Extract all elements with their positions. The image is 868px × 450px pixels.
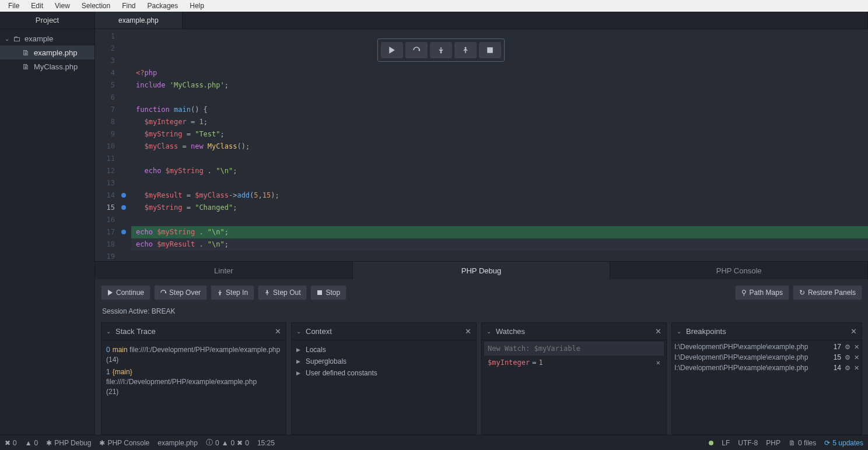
breakpoint-marker[interactable] — [121, 193, 126, 198]
editor-tabs: example.php — [95, 12, 868, 29]
breakpoint-marker[interactable] — [121, 230, 126, 234]
bottom-tab-php-debug[interactable]: PHP Debug — [353, 262, 611, 279]
close-icon[interactable]: ✕ — [850, 327, 857, 336]
bottom-tab-php-console[interactable]: PHP Console — [610, 262, 868, 279]
close-icon[interactable]: ✕ — [655, 327, 662, 336]
tab-example-php[interactable]: example.php — [95, 12, 183, 29]
status-diag2[interactable]: ⓘ 0 ▲ 0 ✖ 0 — [206, 438, 249, 448]
menu-help[interactable]: Help — [184, 1, 210, 11]
svg-point-6 — [267, 290, 268, 291]
status-cursor-pos[interactable]: 15:25 — [257, 439, 275, 447]
close-icon[interactable]: ✕ — [656, 358, 660, 367]
file-icon: 🗎 — [21, 48, 30, 57]
svg-point-2 — [465, 47, 467, 49]
restore-panels-button[interactable]: ↻ Restore Panels — [793, 285, 862, 300]
svg-rect-3 — [487, 47, 493, 53]
gear-icon[interactable]: ⚙ — [845, 354, 850, 361]
close-icon[interactable]: ✕ — [854, 364, 859, 372]
project-sidebar: Project ⌄🗀example🗎example.php🗎MyClass.ph… — [0, 12, 95, 435]
status-files[interactable]: 🗎 0 files — [789, 439, 816, 447]
step-out-button-2[interactable]: Step Out — [258, 285, 307, 300]
svg-point-4 — [165, 292, 166, 294]
gear-icon[interactable]: ⚙ — [845, 364, 850, 372]
step-in-button[interactable] — [430, 42, 452, 58]
step-over-button[interactable] — [405, 42, 428, 58]
php-debug-status[interactable]: ✱ PHP Debug — [46, 439, 91, 447]
status-file[interactable]: example.php — [158, 439, 198, 447]
close-icon[interactable]: ✕ — [275, 327, 281, 336]
editor-content[interactable]: <?phpinclude 'MyClass.php';function main… — [128, 29, 868, 261]
menubar: FileEditViewSelectionFindPackagesHelp — [0, 0, 868, 12]
menu-find[interactable]: Find — [116, 1, 141, 11]
stop-button[interactable] — [479, 42, 501, 58]
status-indicator-icon — [709, 441, 713, 445]
menu-selection[interactable]: Selection — [76, 1, 116, 11]
line-gutter: 12345678910111213141516171819 — [95, 29, 120, 261]
gear-icon[interactable]: ⚙ — [845, 343, 850, 351]
step-over-button-2[interactable]: Step Over — [154, 285, 207, 300]
context-group[interactable]: ▶Locals — [296, 344, 471, 356]
svg-point-5 — [219, 294, 221, 296]
chevron-down-icon[interactable]: ⌄ — [677, 328, 681, 335]
breakpoints-panel: ⌄Breakpoints✕ I:\Development\PHP\example… — [671, 322, 862, 435]
breakpoint-item[interactable]: I:\Development\PHP\example\example.php17… — [674, 342, 859, 352]
tree-folder[interactable]: ⌄🗀example — [0, 31, 94, 45]
php-console-status[interactable]: ✱ PHP Console — [99, 439, 149, 447]
continue-button[interactable] — [381, 42, 403, 58]
breakpoint-marker[interactable] — [121, 205, 126, 210]
context-group[interactable]: ▶User defined constants — [296, 367, 471, 379]
continue-button-2[interactable]: Continue — [101, 285, 150, 300]
tree-file[interactable]: 🗎MyClass.php — [0, 59, 94, 73]
status-updates[interactable]: ⟳ 5 updates — [824, 439, 863, 447]
new-watch-input[interactable] — [484, 342, 664, 356]
status-bar: ✖ 0 ▲ 0 ✱ PHP Debug ✱ PHP Console exampl… — [0, 435, 868, 450]
stop-button-2[interactable]: Stop — [310, 285, 346, 300]
chevron-down-icon[interactable]: ⌄ — [487, 328, 491, 335]
status-warnings[interactable]: ▲ 0 — [25, 439, 38, 447]
tab-empty — [183, 12, 868, 29]
svg-rect-7 — [317, 290, 322, 295]
chevron-down-icon[interactable]: ⌄ — [106, 328, 111, 335]
status-encoding[interactable]: UTF-8 — [738, 439, 758, 447]
close-icon[interactable]: ✕ — [854, 343, 859, 351]
bottom-tabs: LinterPHP DebugPHP Console — [95, 262, 868, 279]
bottom-tab-linter[interactable]: Linter — [95, 262, 353, 279]
breakpoint-item[interactable]: I:\Development\PHP\example\example.php14… — [674, 363, 859, 373]
svg-point-1 — [440, 52, 442, 54]
stack-frame[interactable]: 1{main} file:///I:/Development/PHP/examp… — [106, 366, 281, 398]
path-maps-button[interactable]: ⚲ Path Maps — [735, 285, 789, 300]
status-eol[interactable]: LF — [722, 439, 730, 447]
menu-view[interactable]: View — [49, 1, 76, 11]
step-in-button-2[interactable]: Step In — [211, 285, 254, 300]
menu-file[interactable]: File — [2, 1, 25, 11]
watches-panel: ⌄Watches✕ $myInteger=1✕ — [481, 322, 667, 435]
folder-icon: 🗀 — [12, 34, 21, 43]
file-tree: ⌄🗀example🗎example.php🗎MyClass.php — [0, 29, 94, 76]
breakpoint-item[interactable]: I:\Development\PHP\example\example.php15… — [674, 352, 859, 363]
stack-trace-panel: ⌄Stack Trace✕ 0main file:///I:/Developme… — [101, 322, 286, 435]
session-status: Session Active: BREAK — [101, 305, 862, 318]
stack-frame[interactable]: 0main file:///I:/Development/PHP/example… — [106, 344, 281, 366]
close-icon[interactable]: ✕ — [465, 327, 471, 336]
file-icon: 🗎 — [21, 62, 30, 71]
menu-packages[interactable]: Packages — [142, 1, 184, 11]
debug-toolbar-float — [377, 38, 505, 62]
breakpoint-gutter[interactable] — [120, 29, 128, 261]
sidebar-title: Project — [0, 12, 94, 29]
status-lang[interactable]: PHP — [766, 439, 780, 447]
context-group[interactable]: ▶Superglobals — [296, 356, 471, 367]
step-out-button[interactable] — [454, 42, 477, 58]
svg-point-0 — [419, 50, 421, 51]
chevron-down-icon[interactable]: ⌄ — [296, 328, 301, 335]
menu-edit[interactable]: Edit — [25, 1, 49, 11]
status-errors[interactable]: ✖ 0 — [5, 439, 17, 447]
tree-file[interactable]: 🗎example.php — [0, 45, 94, 59]
close-icon[interactable]: ✕ — [854, 354, 859, 361]
context-panel: ⌄Context✕ ▶Locals▶Superglobals▶User defi… — [291, 322, 477, 435]
watch-item[interactable]: $myInteger=1✕ — [484, 356, 664, 370]
